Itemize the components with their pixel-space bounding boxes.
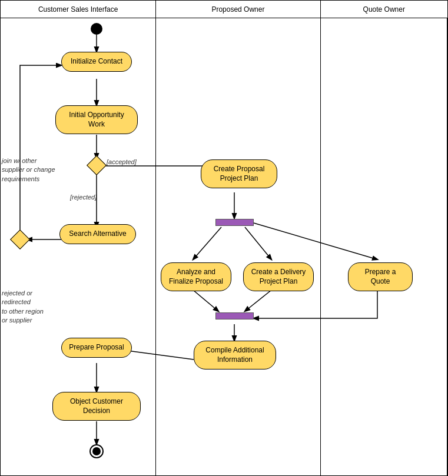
prepare-proposal-label: Prepare Proposal	[61, 338, 132, 358]
object-customer-label: Object Customer Decision	[52, 392, 141, 421]
search-alternative-label: Search Alternative	[59, 224, 136, 244]
create-proposal-node: Create Proposal Project Plan	[201, 159, 277, 188]
end-node	[89, 444, 104, 458]
create-delivery-label: Create a Delivery Project Plan	[243, 262, 314, 291]
prepare-quote-label: Prepare a Quote	[348, 262, 413, 291]
create-delivery-node: Create a Delivery Project Plan	[243, 262, 314, 291]
join-note-label: join w/ other supplier or change require…	[2, 157, 61, 184]
diagram-container: Customer Sales Interface Proposed Owner …	[0, 0, 448, 476]
initialize-contact-node: Initialize Contact	[61, 52, 132, 72]
compile-additional-label: Compile Additional Information	[194, 341, 276, 370]
start-node	[91, 23, 102, 35]
lane-header-customer: Customer Sales Interface	[1, 1, 156, 18]
initial-opportunity-node: Initial Opportunity Work	[55, 105, 138, 134]
lane-header-proposed: Proposed Owner	[156, 1, 320, 18]
prepare-quote-node: Prepare a Quote	[348, 262, 413, 291]
initial-opportunity-label: Initial Opportunity Work	[55, 105, 138, 134]
rejected-label: [rejected]	[70, 194, 97, 201]
rejected-note-label: rejected or redirected to other region o…	[2, 289, 61, 325]
create-proposal-label: Create Proposal Project Plan	[201, 159, 277, 188]
initialize-contact-label: Initialize Contact	[61, 52, 132, 72]
fork-bar	[215, 219, 254, 226]
join-bar	[215, 312, 254, 319]
lane-header-quote: Quote Owner	[321, 1, 447, 18]
lanes-content: Initialize Contact Initial Opportunity W…	[1, 18, 447, 476]
decision1-node	[89, 158, 104, 172]
accepted-label: [accepted]	[107, 158, 137, 165]
decision2-node	[13, 232, 27, 247]
prepare-proposal-node: Prepare Proposal	[61, 338, 132, 358]
lane-quote-owner	[321, 18, 447, 476]
object-customer-node: Object Customer Decision	[52, 392, 141, 421]
search-alternative-node: Search Alternative	[59, 224, 136, 244]
compile-additional-node: Compile Additional Information	[194, 341, 276, 370]
lane-headers: Customer Sales Interface Proposed Owner …	[1, 1, 447, 18]
analyze-finalize-label: Analyze and Finalize Proposal	[161, 262, 231, 291]
lane-proposed-owner	[156, 18, 320, 476]
analyze-finalize-node: Analyze and Finalize Proposal	[161, 262, 231, 291]
